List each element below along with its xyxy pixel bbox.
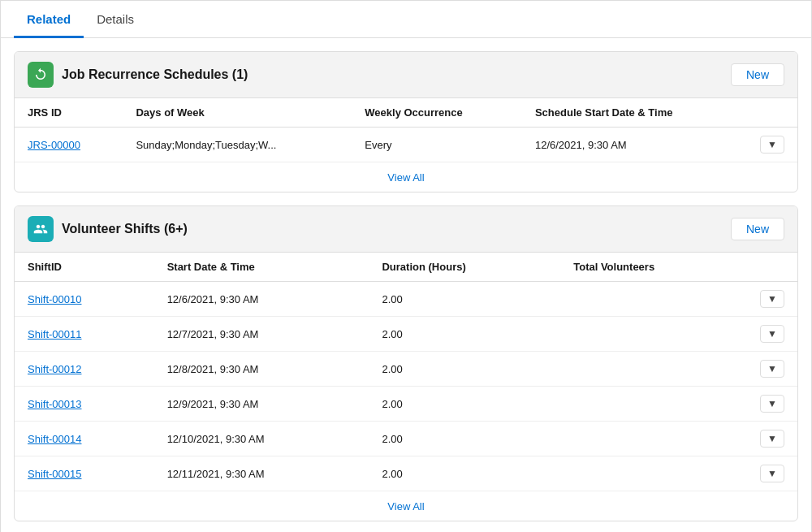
vs-section: Volunteer Shifts (6+) New ShiftID Start … [14,205,798,521]
vs-section-title: Volunteer Shifts (6+) [62,222,731,236]
jrs-id-link[interactable]: JRS-00000 [28,139,80,151]
vs-row-dropdown-button-5[interactable]: ▼ [760,465,784,482]
jrs-view-all-row: View All [15,162,797,192]
table-row: Shift-00010 12/6/2021, 9:30 AM 2.00 ▼ [15,282,797,317]
vs-row-dropdown-button-3[interactable]: ▼ [760,395,784,413]
vs-row-id-3: Shift-00013 [15,387,154,422]
jrs-row-dropdown-cell: ▼ [747,128,797,162]
jrs-table-header-row: JRS ID Days of Week Weekly Occurrence Sc… [15,98,797,128]
vs-id-link-2[interactable]: Shift-00012 [28,363,82,375]
vs-row-dropdown-button-0[interactable]: ▼ [760,290,784,308]
vs-col-start: Start Date & Time [154,253,369,282]
vs-view-all-row: View All [15,491,797,521]
volunteer-shifts-icon [28,216,54,242]
vs-col-duration: Duration (Hours) [369,253,560,282]
vs-row-volunteers-2 [560,352,747,387]
jrs-new-button[interactable]: New [731,63,784,86]
jrs-row-schedule: 12/6/2021, 9:30 AM [522,128,747,162]
jrs-table: JRS ID Days of Week Weekly Occurrence Sc… [15,98,797,162]
vs-row-dropdown-cell-2: ▼ [747,352,797,387]
jrs-col-id: JRS ID [15,98,123,128]
vs-id-link-4[interactable]: Shift-00014 [28,433,82,445]
vs-id-link-3[interactable]: Shift-00013 [28,398,82,410]
vs-row-id-2: Shift-00012 [15,352,154,387]
table-row: Shift-00014 12/10/2021, 9:30 AM 2.00 ▼ [15,422,797,456]
vs-row-id-0: Shift-00010 [15,282,154,317]
table-row: Shift-00013 12/9/2021, 9:30 AM 2.00 ▼ [15,387,797,422]
vs-table-header-row: ShiftID Start Date & Time Duration (Hour… [15,253,797,282]
jrs-row-days: Sunday;Monday;Tuesday;W... [123,128,352,162]
page: Related Details Job Recurrence Schedules… [0,0,812,532]
vs-row-volunteers-3 [560,387,747,422]
jrs-section-header: Job Recurrence Schedules (1) New [15,52,797,98]
vs-row-duration-3: 2.00 [369,387,560,422]
vs-row-duration-0: 2.00 [369,282,560,317]
tab-related[interactable]: Related [14,1,84,38]
vs-row-duration-1: 2.00 [369,317,560,352]
jrs-row-occurrence: Every [352,128,522,162]
vs-row-duration-2: 2.00 [369,352,560,387]
jrs-row-id: JRS-00000 [15,128,123,162]
vs-new-button[interactable]: New [731,218,784,240]
vs-row-start-1: 12/7/2021, 9:30 AM [154,317,369,352]
vs-section-header: Volunteer Shifts (6+) New [15,206,797,253]
table-row: Shift-00011 12/7/2021, 9:30 AM 2.00 ▼ [15,317,797,352]
vs-row-dropdown-cell-1: ▼ [747,317,797,352]
vs-row-start-2: 12/8/2021, 9:30 AM [154,352,369,387]
vs-id-link-0[interactable]: Shift-00010 [28,293,82,305]
vs-row-id-5: Shift-00015 [15,456,154,491]
tabs-bar: Related Details [1,1,811,38]
vs-id-link-5[interactable]: Shift-00015 [28,468,82,480]
jrs-row-dropdown-button[interactable]: ▼ [760,136,784,154]
table-row: JRS-00000 Sunday;Monday;Tuesday;W... Eve… [15,128,797,162]
tab-details[interactable]: Details [84,1,147,38]
vs-row-volunteers-4 [560,422,747,456]
vs-row-volunteers-0 [560,282,747,317]
vs-row-id-1: Shift-00011 [15,317,154,352]
vs-row-volunteers-1 [560,317,747,352]
jrs-col-action [747,98,797,128]
vs-row-dropdown-button-1[interactable]: ▼ [760,325,784,343]
jrs-col-occurrence: Weekly Occurrence [352,98,522,128]
vs-row-volunteers-5 [560,456,747,491]
vs-row-dropdown-cell-4: ▼ [747,422,797,456]
vs-view-all-link[interactable]: View All [387,500,424,513]
vs-row-start-0: 12/6/2021, 9:30 AM [154,282,369,317]
vs-row-start-4: 12/10/2021, 9:30 AM [154,422,369,456]
vs-row-dropdown-button-4[interactable]: ▼ [760,430,784,448]
vs-row-start-5: 12/11/2021, 9:30 AM [154,456,369,491]
vs-id-link-1[interactable]: Shift-00011 [28,328,82,340]
vs-row-id-4: Shift-00014 [15,422,154,456]
jrs-section-title: Job Recurrence Schedules (1) [62,67,731,82]
jrs-col-schedule: Schedule Start Date & Time [522,98,747,128]
jrs-section: Job Recurrence Schedules (1) New JRS ID … [14,51,798,192]
vs-row-duration-5: 2.00 [369,456,560,491]
vs-col-volunteers: Total Volunteers [560,253,747,282]
vs-col-id: ShiftID [15,253,154,282]
table-row: Shift-00015 12/11/2021, 9:30 AM 2.00 ▼ [15,456,797,491]
jrs-view-all-link[interactable]: View All [387,171,424,184]
vs-row-dropdown-cell-0: ▼ [747,282,797,317]
vs-table: ShiftID Start Date & Time Duration (Hour… [15,253,797,491]
jrs-col-days: Days of Week [123,98,352,128]
recurrence-icon [28,62,54,88]
vs-row-dropdown-cell-3: ▼ [747,387,797,422]
vs-row-start-3: 12/9/2021, 9:30 AM [154,387,369,422]
vs-row-dropdown-cell-5: ▼ [747,456,797,491]
table-row: Shift-00012 12/8/2021, 9:30 AM 2.00 ▼ [15,352,797,387]
vs-col-action [747,253,797,282]
vs-row-dropdown-button-2[interactable]: ▼ [760,360,784,378]
vs-row-duration-4: 2.00 [369,422,560,456]
